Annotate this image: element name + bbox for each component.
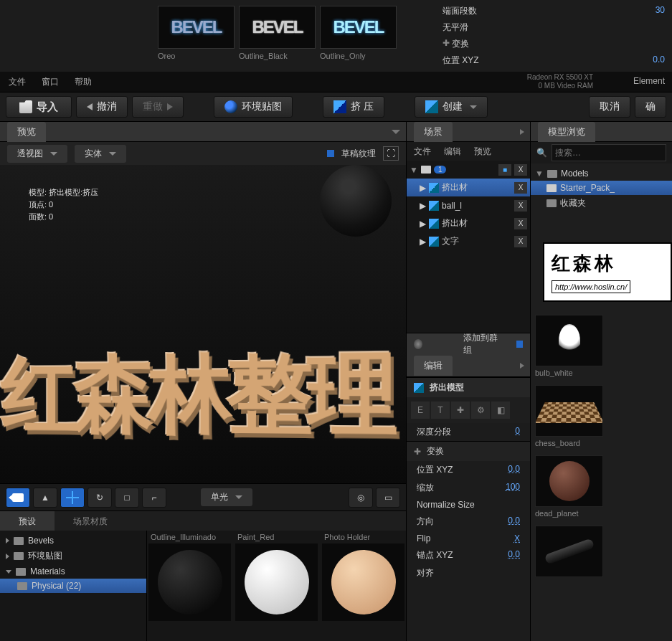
scale-value[interactable]: 100 (506, 482, 520, 494)
light-select[interactable]: 单光 (201, 488, 252, 506)
icon-t[interactable]: T (431, 402, 450, 419)
move-icon[interactable]: ✚ (451, 402, 470, 419)
edit-header: 编辑 (407, 354, 530, 377)
preset-label: Outline_Only (320, 49, 397, 63)
camera-icon (12, 493, 24, 502)
preview-header: 预览 (0, 122, 406, 142)
undo-button[interactable]: 撤消 (76, 96, 128, 118)
chevron-right-icon[interactable] (520, 129, 524, 135)
scene-header: 场景 (407, 122, 530, 142)
menu-file[interactable]: 文件 (9, 76, 26, 88)
fullscreen-icon[interactable]: ⛶ (383, 146, 399, 161)
chevron-down-icon[interactable] (392, 130, 400, 134)
element-label: Element (633, 76, 665, 86)
extrude-model-header[interactable]: 挤出模型 (407, 377, 530, 397)
model-planet[interactable]: dead_planet (535, 455, 668, 520)
rotate-tool[interactable]: ↻ (87, 488, 112, 508)
watermark: 红森林 http://www.hoslin.cn/ (543, 242, 672, 302)
scene-item[interactable]: ▶ball_lX (407, 196, 530, 214)
addgroup-checkbox[interactable] (516, 341, 523, 348)
viewport-options: 透视图 实体 草稿纹理 ⛶ (0, 142, 406, 165)
model-tree: ▼Models Starter_Pack_ 收藏夹 (531, 163, 672, 214)
preview-tab[interactable]: 预览 (7, 122, 46, 142)
preset-oreo[interactable]: BEVEL Oreo (158, 6, 235, 72)
import-button[interactable]: 导入 (6, 96, 72, 118)
draft-label: 草稿纹理 (341, 148, 376, 160)
scene-tab[interactable]: 场景 (414, 122, 453, 142)
preset-label: Oreo (158, 49, 235, 63)
globe-icon (224, 100, 237, 113)
icon-e[interactable]: E (411, 402, 430, 419)
undo-icon (87, 103, 93, 110)
axis-tool[interactable]: ⌐ (142, 488, 166, 508)
view-select[interactable]: 透视图 (7, 145, 67, 163)
models-tab[interactable]: 模型浏览 (538, 122, 595, 142)
tab-scene-mats[interactable]: 场景材质 (55, 511, 126, 531)
model-item[interactable] (535, 526, 668, 581)
display-tool[interactable]: ▭ (376, 488, 400, 508)
transform-icons: E T ✚ ⚙ ◧ (407, 397, 530, 423)
mode-select[interactable]: 实体 (75, 145, 126, 163)
tree-models[interactable]: ▼Models (531, 166, 672, 181)
search-input[interactable] (552, 144, 666, 161)
viewport-3d-text: 红森林整理 素 (1, 333, 406, 458)
extrude-button[interactable]: 挤 压 (323, 96, 384, 118)
depth-value[interactable]: 0 (515, 426, 520, 438)
select-tool[interactable]: ▲ (33, 488, 57, 508)
tree-materials[interactable]: Materials (0, 564, 146, 579)
tree-favorites[interactable]: 收藏夹 (531, 195, 672, 212)
draft-checkbox[interactable] (327, 150, 334, 157)
scene-root[interactable]: ▼ 1 ■X (407, 161, 530, 179)
preset-outline-only[interactable]: BEVEL Outline_Only (320, 6, 397, 72)
tree-physical[interactable]: Physical (22) (0, 579, 146, 593)
viewport[interactable]: 模型: 挤出模型:挤压 顶点: 0 面数: 0 红森林整理 素 (0, 165, 406, 483)
dir-value[interactable]: 0.0 (508, 516, 520, 528)
top-properties: 端面段数30 无平滑 ✚ 变换 位置 XYZ0.0 (435, 0, 672, 72)
material-item[interactable]: Photo Holder (322, 531, 404, 641)
target-icon: ◎ (357, 493, 364, 503)
scale-tool[interactable]: □ (115, 488, 139, 508)
redo-button[interactable]: 重做 (132, 96, 184, 118)
dropdown-icon (470, 105, 477, 109)
menu-help[interactable]: 帮助 (75, 76, 92, 88)
gear-icon[interactable]: ⚙ (471, 402, 490, 419)
tab-presets[interactable]: 预设 (0, 511, 55, 531)
search-row: 🔍 (531, 142, 672, 163)
bottom-tabs: 预设 场景材质 (0, 511, 406, 531)
scene-menu-edit[interactable]: 编辑 (444, 146, 461, 158)
menubar: 文件 窗口 帮助 Radeon RX 5500 XT0 MB Video RAM… (0, 72, 672, 92)
scene-menu-preview[interactable]: 预览 (474, 146, 491, 158)
sphere-icon[interactable] (414, 339, 422, 349)
create-button[interactable]: 创建 (415, 96, 488, 118)
preset-outline-black[interactable]: BEVEL Outline_Black (239, 6, 316, 72)
pos-value[interactable]: 0.0 (508, 464, 520, 476)
cancel-button[interactable]: 取消 (589, 96, 630, 118)
scene-menu-file[interactable]: 文件 (414, 146, 431, 158)
model-bulb[interactable]: bulb_white (535, 315, 668, 379)
flip-value[interactable]: X (514, 533, 520, 543)
model-chess[interactable]: chess_board (535, 385, 668, 450)
envmap-button[interactable]: 环境贴图 (214, 96, 293, 118)
move-tool[interactable] (60, 488, 85, 508)
scene-item[interactable]: ▶文字X (407, 232, 530, 250)
camera-tool[interactable] (6, 488, 30, 508)
edit-tab[interactable]: 编辑 (414, 356, 453, 376)
move-icon (66, 491, 79, 504)
chevron-right-icon[interactable] (520, 363, 524, 369)
material-item[interactable]: Paint_Red (235, 531, 318, 641)
square-icon[interactable] (438, 339, 447, 349)
models-header: 模型浏览 (531, 122, 672, 142)
menu-window[interactable]: 窗口 (42, 76, 59, 88)
anchor-value[interactable]: 0.0 (508, 549, 520, 561)
material-item[interactable]: Outline_Illuminado (148, 531, 231, 641)
tree-starter-pack[interactable]: Starter_Pack_ (531, 181, 672, 195)
tree-bevels[interactable]: Bevels (0, 533, 146, 548)
redo-icon (167, 103, 173, 110)
focus-tool[interactable]: ◎ (349, 488, 373, 508)
settings-icon[interactable]: ◧ (491, 402, 510, 419)
scene-item[interactable]: ▶挤出材X (407, 214, 530, 232)
ok-button[interactable]: 确 (635, 96, 666, 118)
scene-item[interactable]: ▶挤出材X (407, 179, 530, 196)
add-group-label: 添加到群组 (463, 332, 501, 356)
tree-envmaps[interactable]: 环境贴图 (0, 548, 146, 564)
